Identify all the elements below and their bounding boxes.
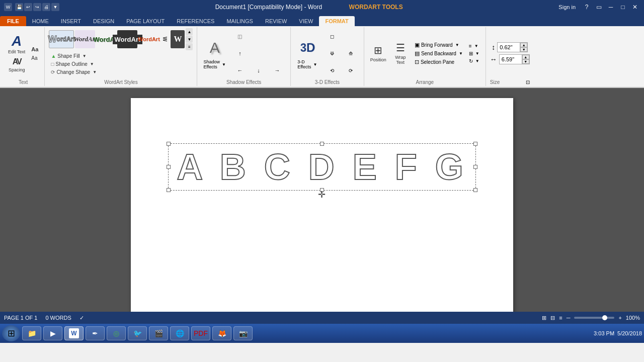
camera-btn[interactable]: 📷: [233, 326, 253, 340]
width-up-arrow[interactable]: ▲: [522, 55, 529, 59]
taskbar-time: 3:03 PM: [594, 330, 614, 336]
height-up-arrow[interactable]: ▲: [520, 43, 527, 47]
gallery-more-arrow[interactable]: ≡: [186, 43, 193, 50]
shadow-on-off-btn[interactable]: ◫: [231, 28, 249, 44]
av-spacing-button[interactable]: AV Spacing: [7, 56, 27, 73]
width-down-arrow[interactable]: ▼: [522, 59, 529, 64]
group-button[interactable]: ⊞ ▼: [467, 50, 481, 57]
pen-btn[interactable]: ✒: [86, 326, 105, 340]
pdf-btn[interactable]: PDF: [191, 326, 210, 340]
change-shape-label: Change Shape: [56, 69, 90, 75]
position-button[interactable]: ⊞ Position: [368, 43, 388, 63]
wordart-selection-box[interactable]: A B C D E F G ✛: [168, 143, 475, 191]
minimize-btn[interactable]: ─: [606, 2, 616, 12]
shadow-nudge-up[interactable]: ↑: [231, 45, 249, 61]
view-read-icon[interactable]: ≡: [559, 315, 562, 321]
zoom-out-btn[interactable]: ─: [567, 315, 571, 321]
wrap-text-label: WrapText: [395, 55, 406, 65]
sign-in[interactable]: Sign in: [558, 4, 576, 10]
handle-bottom-left[interactable]: [167, 188, 171, 192]
tab-file[interactable]: FILE: [0, 16, 26, 26]
proofing-icon[interactable]: ✓: [79, 315, 84, 321]
shadow-nudge-left[interactable]: ←: [231, 62, 249, 78]
gallery-up-arrow[interactable]: ▲: [186, 28, 193, 35]
zoom-in-btn[interactable]: +: [618, 315, 621, 321]
handle-middle-right[interactable]: [473, 165, 477, 169]
wordart-style-4[interactable]: WordArt: [117, 30, 137, 48]
handle-bottom-right[interactable]: [473, 188, 477, 192]
gallery-down-arrow[interactable]: ▼: [186, 36, 193, 43]
media-player-btn[interactable]: ▶: [43, 326, 62, 340]
3d-tilt-left[interactable]: ⟲: [323, 62, 341, 78]
change-shape-arrow: ▼: [93, 70, 97, 74]
print-icon[interactable]: 🖨: [42, 3, 50, 11]
3d-on-off-btn[interactable]: ◻: [323, 28, 341, 44]
zoom-slider[interactable]: [574, 317, 614, 319]
page-info: PAGE 1 OF 1: [4, 315, 37, 321]
wrap-text-button[interactable]: ☰ WrapText: [390, 41, 411, 66]
zoom-level[interactable]: 100%: [626, 315, 640, 321]
wordart-style-selected[interactable]: W ordArt: [49, 30, 74, 48]
ribbon-btn[interactable]: ▭: [594, 2, 604, 12]
help-btn[interactable]: ?: [582, 2, 592, 12]
start-button[interactable]: ⊞: [2, 325, 20, 341]
height-down-arrow[interactable]: ▼: [520, 47, 527, 52]
arrange-group-content: ⊞ Position ☰ WrapText ▣: [368, 28, 481, 78]
media2-btn[interactable]: 🎬: [149, 326, 168, 340]
firefox-btn[interactable]: 🦊: [212, 326, 231, 340]
rotate-button[interactable]: ↻ ▼: [467, 58, 481, 64]
browser2-btn[interactable]: 🌐: [170, 326, 189, 340]
shape-outline-button[interactable]: □ Shape Outline ▼: [49, 60, 99, 68]
bird-btn[interactable]: 🐦: [128, 326, 147, 340]
wordart-style-bold[interactable]: W: [171, 30, 185, 48]
title-bar: W 💾 ↩ ↪ 🖨 ▼ Document1 [Compatibility Mod…: [0, 0, 644, 14]
abc-btn-2[interactable]: Aa: [29, 54, 40, 62]
effects-3d-button[interactable]: 3D 3-DEffects ▼: [295, 36, 320, 70]
send-backward-button[interactable]: ▤ Send Backward ▼: [413, 50, 465, 57]
customize-icon[interactable]: ▼: [51, 3, 59, 11]
tab-insert[interactable]: INSERT: [55, 16, 87, 26]
tab-design[interactable]: DESIGN: [87, 16, 120, 26]
edit-text-button[interactable]: A Edit Text: [6, 33, 27, 55]
height-value[interactable]: 0.62": [498, 43, 520, 51]
tab-view[interactable]: VIEW: [293, 16, 319, 26]
file-explorer-btn[interactable]: 📁: [22, 326, 41, 340]
maximize-btn[interactable]: □: [618, 2, 628, 12]
handle-middle-left[interactable]: [167, 165, 171, 169]
tab-references[interactable]: REFERENCES: [171, 16, 220, 26]
tab-format[interactable]: FORMAT: [319, 16, 354, 26]
bring-forward-button[interactable]: ▣ Bring Forward ▼: [413, 41, 465, 49]
wordart-style-5[interactable]: WordArt: [138, 30, 158, 48]
abc-btn-1[interactable]: Aa: [29, 45, 40, 53]
3d-tilt-up[interactable]: ⟰: [342, 45, 360, 61]
shadow-nudge-right[interactable]: →: [268, 62, 286, 78]
size-dialog-launcher[interactable]: ⊡: [526, 79, 530, 85]
status-bar: PAGE 1 OF 1 0 WORDS ✓ ⊞ ⊟ ≡ ─ + 100%: [0, 312, 644, 324]
shadow-effects-button[interactable]: A ShadowEffects ▼: [201, 36, 227, 70]
selection-pane-button[interactable]: ⊡ Selection Pane: [413, 58, 465, 66]
align-button[interactable]: ≡ ▼: [467, 43, 481, 49]
chrome-btn[interactable]: ◎: [107, 326, 126, 340]
close-btn[interactable]: ✕: [630, 2, 640, 12]
width-value[interactable]: 6.59": [500, 55, 522, 63]
3d-tilt-right[interactable]: ⟳: [342, 62, 360, 78]
change-shape-button[interactable]: ⟳ Change Shape ▼: [49, 68, 99, 76]
effects-3d-icon: 3D: [298, 36, 318, 59]
view-print-icon[interactable]: ⊞: [542, 315, 546, 321]
shape-fill-button[interactable]: ▲ Shape Fill ▼: [49, 52, 99, 60]
tab-mailings[interactable]: MAILINGS: [220, 16, 259, 26]
tab-home[interactable]: HOME: [26, 16, 55, 26]
shadow-nudge-down[interactable]: ↓: [250, 62, 268, 78]
handle-top-left[interactable]: [167, 142, 171, 146]
undo-icon[interactable]: ↩: [24, 3, 32, 11]
redo-icon[interactable]: ↪: [33, 3, 41, 11]
word-icon[interactable]: W: [4, 3, 12, 11]
handle-top-right[interactable]: [473, 142, 477, 146]
save-icon[interactable]: 💾: [15, 3, 23, 11]
tab-review[interactable]: REVIEW: [259, 16, 293, 26]
view-web-icon[interactable]: ⊟: [550, 315, 555, 321]
3d-tilt-down[interactable]: ⟱: [323, 45, 341, 61]
handle-top-middle[interactable]: [320, 142, 324, 146]
tab-page-layout[interactable]: PAGE LAYOUT: [120, 16, 171, 26]
word-taskbar-btn[interactable]: W: [64, 326, 84, 340]
